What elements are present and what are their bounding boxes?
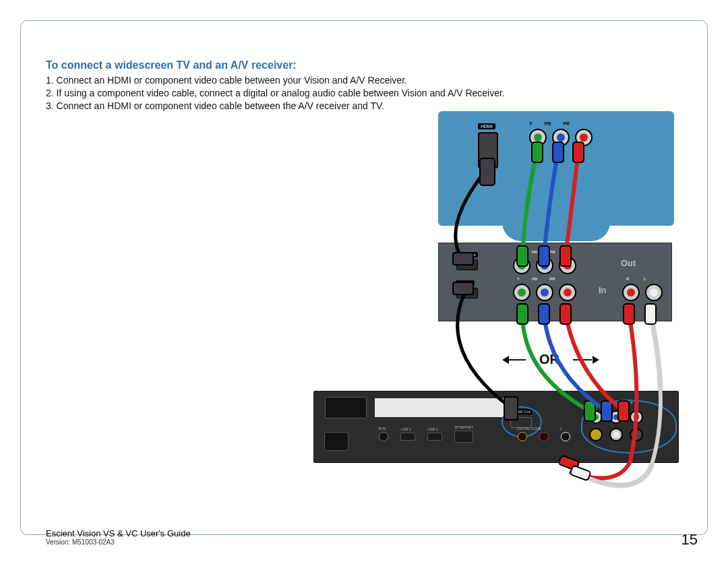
receiver-hdmi-out-port: HDMI Out bbox=[456, 259, 478, 270]
receiver-in-pr bbox=[559, 284, 576, 301]
tv-stand bbox=[502, 222, 610, 241]
tv-hdmi-port bbox=[478, 132, 498, 168]
content: To connect a widescreen TV and an A/V re… bbox=[46, 59, 679, 113]
tv-hdmi-label: HDMI bbox=[478, 123, 495, 129]
receiver-audio-in bbox=[622, 284, 663, 301]
vision-ir-in: IR IN bbox=[379, 432, 388, 441]
footer-guide: Escient Vision VS & VC User's Guide bbox=[46, 528, 191, 538]
tv-pb-label: PB bbox=[545, 121, 551, 126]
step-3: 3. Connect an HDMI or component video ca… bbox=[46, 100, 531, 113]
vision-usb1: USB 1 bbox=[400, 433, 415, 441]
receiver-audio-l bbox=[645, 284, 663, 301]
av-receiver: HDMI Out HDMI In Y PB PR Y PB PR R L bbox=[438, 243, 672, 321]
tv-y-jack bbox=[529, 129, 547, 146]
receiver-in-ypbpr-labels: Y PB PR bbox=[517, 277, 555, 281]
tv-pr-label: PR bbox=[563, 121, 570, 126]
vision-io-row: IR IN USB 1 USB 2 ETHERNET DIGITAL COAX … bbox=[379, 431, 570, 443]
tv-component-jacks bbox=[529, 129, 603, 146]
tv-y-label: Y bbox=[529, 121, 533, 126]
footer-version: Version: M51003-02A3 bbox=[46, 538, 191, 546]
receiver-in-pb bbox=[536, 284, 553, 301]
step-2: 2. If using a component video cable, con… bbox=[46, 87, 531, 100]
vision-device: HDMI Out VIDEO OUT IR IN USB 1 USB 2 ETH… bbox=[313, 391, 679, 463]
receiver-hdmi-out-label: HDMI Out bbox=[456, 252, 478, 257]
receiver-audio-labels: R L bbox=[626, 277, 646, 281]
arrow-left-icon bbox=[502, 356, 509, 364]
vision-video-highlight-icon bbox=[581, 400, 677, 454]
receiver-component-out bbox=[513, 257, 576, 274]
receiver-hdmi-in-port: HDMI In bbox=[456, 288, 478, 299]
receiver-out-y bbox=[513, 257, 530, 274]
receiver-out-ypbpr-labels: Y PB PR bbox=[517, 250, 555, 254]
receiver-component-in bbox=[513, 284, 576, 301]
arrow-right-icon bbox=[593, 356, 599, 364]
page-number: 15 bbox=[681, 531, 698, 549]
vision-model-sticker bbox=[325, 397, 367, 418]
receiver-audio-r bbox=[622, 284, 640, 301]
connection-diagram: HDMI Y PB PR HDMI Out HDMI In Y PB PR Y bbox=[307, 111, 688, 502]
tv-pb-jack bbox=[552, 129, 570, 146]
receiver-out-label: Out bbox=[621, 258, 636, 268]
vision-power-inlet bbox=[324, 432, 348, 451]
tv-pr-jack bbox=[575, 129, 593, 146]
footer: Escient Vision VS & VC User's Guide Vers… bbox=[46, 528, 191, 546]
vision-analog-l: L bbox=[561, 432, 570, 441]
receiver-out-pb bbox=[536, 257, 553, 274]
vision-info-sticker bbox=[375, 398, 516, 417]
tv-component-panel: Y PB PR bbox=[529, 121, 603, 162]
vision-usb2: USB 2 bbox=[427, 433, 442, 441]
receiver-in-label: In bbox=[599, 285, 607, 295]
vision-analog-r: R bbox=[539, 432, 549, 441]
tv-component-labels: Y PB PR bbox=[529, 121, 603, 126]
or-label: OR bbox=[526, 352, 573, 367]
step-1: 1. Connect an HDMI or component video ca… bbox=[46, 74, 531, 87]
section-heading: To connect a widescreen TV and an A/V re… bbox=[46, 59, 679, 71]
instruction-steps: 1. Connect an HDMI or component video ca… bbox=[46, 74, 531, 113]
vision-ethernet: ETHERNET bbox=[454, 431, 473, 443]
receiver-hdmi-in-label: HDMI In bbox=[456, 280, 475, 286]
receiver-in-y bbox=[513, 284, 530, 301]
svg-rect-19 bbox=[570, 466, 590, 481]
vision-digital-coax: DIGITAL COAX bbox=[518, 432, 527, 441]
receiver-out-pr bbox=[559, 257, 576, 274]
